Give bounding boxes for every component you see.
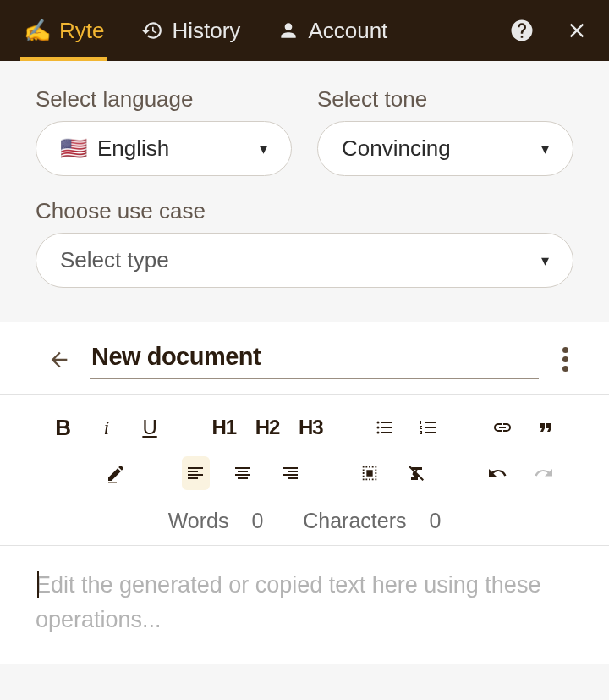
svg-rect-0 [108, 482, 117, 483]
words-label: Words 0 [160, 509, 272, 532]
tab-history-label: History [172, 18, 240, 44]
align-right-icon [280, 463, 300, 483]
editor-area[interactable]: Edit the generated or copied text here u… [0, 546, 609, 664]
tone-value: Convincing [342, 135, 451, 162]
history-icon [141, 19, 163, 41]
flag-icon: 🇺🇸 [60, 135, 87, 162]
usecase-select[interactable]: Select type ▾ [36, 233, 573, 288]
toolbar-row-1: B i U H1 H2 H3 [51, 411, 558, 444]
highlight-icon [106, 463, 126, 483]
write-hand-icon: ✍️ [24, 18, 51, 44]
language-value: 🇺🇸 English [60, 135, 169, 162]
undo-button[interactable] [483, 456, 512, 490]
back-button[interactable] [47, 348, 71, 372]
word-count-bar: Words 0 Characters 0 [51, 502, 558, 533]
align-right-button[interactable] [276, 456, 304, 490]
highlight-button[interactable] [102, 456, 130, 490]
align-center-icon [233, 463, 253, 483]
editor-toolbar: B i U H1 H2 H3 [0, 395, 609, 546]
select-all-button[interactable] [355, 456, 384, 490]
clear-format-icon [407, 463, 427, 483]
redo-button[interactable] [529, 456, 558, 490]
link-button[interactable] [491, 411, 515, 444]
usecase-placeholder: Select type [60, 247, 169, 273]
config-panel: Select language 🇺🇸 English ▾ Select tone… [0, 61, 609, 322]
tab-ryte[interactable]: ✍️ Ryte [20, 0, 107, 61]
tab-ryte-label: Ryte [59, 18, 104, 44]
align-left-icon [185, 463, 206, 483]
chars-label: Characters 0 [294, 509, 449, 532]
bullet-list-button[interactable] [373, 411, 398, 444]
more-vertical-icon [562, 347, 568, 353]
chevron-down-icon: ▾ [541, 140, 549, 158]
close-icon [565, 19, 589, 42]
redo-icon [534, 463, 554, 483]
language-select[interactable]: 🇺🇸 English ▾ [36, 121, 292, 176]
usecase-label: Choose use case [36, 198, 573, 224]
chevron-down-icon: ▾ [260, 140, 267, 158]
chevron-down-icon: ▾ [541, 251, 549, 270]
bold-button[interactable]: B [51, 411, 75, 444]
tab-account-label: Account [308, 18, 387, 44]
align-center-button[interactable] [228, 456, 257, 490]
link-icon [492, 417, 513, 438]
usecase-field: Choose use case Select type ▾ [36, 198, 573, 288]
topbar-right [509, 18, 589, 43]
top-navigation: ✍️ Ryte History Account [0, 0, 609, 61]
more-menu-button[interactable] [557, 342, 573, 377]
document-header [0, 322, 609, 395]
undo-icon [487, 463, 508, 483]
arrow-left-icon [47, 348, 71, 372]
tone-select[interactable]: Convincing ▾ [317, 121, 573, 176]
tone-label: Select tone [317, 86, 573, 113]
quote-icon [535, 417, 556, 438]
h1-button[interactable]: H1 [211, 411, 236, 444]
language-field: Select language 🇺🇸 English ▾ [36, 86, 292, 176]
tab-history[interactable]: History [138, 0, 244, 61]
numbered-list-icon [418, 417, 438, 438]
help-icon [509, 18, 535, 43]
tab-account[interactable]: Account [274, 0, 391, 61]
select-all-icon [360, 464, 379, 482]
close-button[interactable] [565, 19, 589, 42]
quote-button[interactable] [534, 411, 558, 444]
align-left-button[interactable] [182, 456, 211, 490]
clear-format-button[interactable] [403, 456, 431, 490]
person-icon [277, 19, 299, 41]
document-title-input[interactable] [90, 339, 539, 379]
numbered-list-button[interactable] [416, 411, 441, 444]
h3-button[interactable]: H3 [299, 411, 323, 444]
editor-placeholder: Edit the generated or copied text here u… [36, 568, 573, 637]
text-cursor [37, 571, 39, 598]
tone-field: Select tone Convincing ▾ [317, 86, 573, 176]
toolbar-row-2 [51, 456, 558, 490]
bullet-list-icon [375, 417, 395, 438]
h2-button[interactable]: H2 [255, 411, 279, 444]
italic-button[interactable]: i [94, 411, 118, 444]
underline-button[interactable]: U [137, 411, 162, 444]
help-button[interactable] [509, 18, 535, 43]
language-label: Select language [36, 86, 292, 113]
